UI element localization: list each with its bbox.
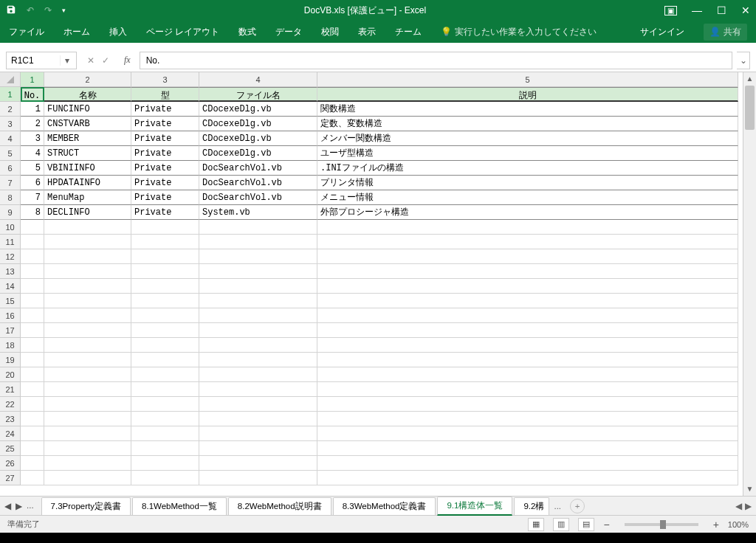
row-header[interactable]: 1 — [0, 87, 21, 102]
cell[interactable] — [199, 323, 317, 338]
cell[interactable] — [199, 426, 317, 441]
cell[interactable] — [44, 279, 131, 294]
tab-data[interactable]: データ — [275, 26, 302, 38]
cell[interactable]: Private — [131, 176, 199, 190]
row-header[interactable]: 12 — [0, 249, 21, 264]
row-header[interactable]: 9 — [0, 205, 21, 220]
cell[interactable]: プリンタ情報 — [317, 176, 738, 190]
cell[interactable] — [131, 220, 199, 235]
cell[interactable]: 3 — [21, 131, 44, 146]
cell[interactable] — [44, 471, 131, 485]
row-header[interactable]: 17 — [0, 323, 21, 338]
row-header[interactable]: 15 — [0, 294, 21, 308]
save-icon[interactable] — [6, 4, 16, 17]
cell[interactable]: Private — [131, 161, 199, 176]
share-button[interactable]: 👤 共有 — [704, 24, 747, 41]
sheet-tab-active[interactable]: 9.1構造体一覧 — [437, 497, 512, 516]
cell[interactable]: DECLINFO — [44, 205, 131, 220]
cell[interactable] — [21, 397, 44, 412]
cell[interactable] — [21, 235, 44, 249]
cell[interactable] — [44, 308, 131, 323]
cell[interactable] — [131, 471, 199, 485]
cell[interactable] — [21, 264, 44, 279]
cell[interactable]: HPDATAINFO — [44, 176, 131, 190]
row-header[interactable]: 3 — [0, 117, 21, 131]
cell[interactable] — [199, 220, 317, 235]
cell[interactable] — [21, 220, 44, 235]
row-header[interactable]: 11 — [0, 235, 21, 249]
tab-nav-more[interactable]: ... — [27, 501, 34, 511]
tab-team[interactable]: チーム — [395, 26, 422, 38]
cell[interactable]: FUNCINFO — [44, 102, 131, 117]
maximize-icon[interactable]: ☐ — [717, 4, 726, 16]
cell[interactable] — [317, 235, 738, 249]
cell[interactable] — [317, 412, 738, 426]
row-header[interactable]: 25 — [0, 441, 21, 456]
cell[interactable] — [44, 249, 131, 264]
name-box-dropdown-icon[interactable]: ▾ — [60, 55, 73, 66]
cell[interactable] — [44, 235, 131, 249]
cell[interactable] — [44, 323, 131, 338]
cell[interactable] — [21, 412, 44, 426]
cell[interactable] — [317, 249, 738, 264]
cell[interactable]: MEMBER — [44, 131, 131, 146]
cell[interactable] — [21, 471, 44, 485]
cell[interactable]: DocSearchVol.vb — [199, 190, 317, 205]
cell[interactable]: MenuMap — [44, 190, 131, 205]
row-header[interactable]: 26 — [0, 456, 21, 471]
cell[interactable]: CDocexeDlg.vb — [199, 117, 317, 131]
cell[interactable] — [44, 264, 131, 279]
row-header[interactable]: 24 — [0, 426, 21, 441]
cell[interactable] — [131, 426, 199, 441]
cell[interactable] — [21, 426, 44, 441]
name-box-input[interactable] — [7, 55, 60, 66]
cell[interactable] — [131, 353, 199, 367]
cell[interactable] — [131, 338, 199, 353]
cell[interactable]: 関数構造 — [317, 102, 738, 117]
cell[interactable]: 外部プロシージャ構造 — [317, 205, 738, 220]
cell[interactable]: System.vb — [199, 205, 317, 220]
cell[interactable] — [131, 397, 199, 412]
cell[interactable] — [317, 294, 738, 308]
cell[interactable] — [131, 367, 199, 382]
cell[interactable]: CDocexeDlg.vb — [199, 102, 317, 117]
row-header[interactable]: 22 — [0, 397, 21, 412]
col-header[interactable]: 2 — [44, 72, 131, 87]
cell[interactable]: 7 — [21, 190, 44, 205]
cell[interactable] — [131, 441, 199, 456]
cell[interactable]: STRUCT — [44, 146, 131, 161]
row-header[interactable]: 8 — [0, 190, 21, 205]
formula-input[interactable] — [140, 52, 732, 69]
undo-icon[interactable]: ↶ — [27, 5, 34, 15]
row-header[interactable]: 6 — [0, 161, 21, 176]
cell[interactable] — [44, 220, 131, 235]
cell[interactable] — [317, 279, 738, 294]
row-header[interactable]: 14 — [0, 279, 21, 294]
cell[interactable] — [44, 426, 131, 441]
cell[interactable] — [21, 367, 44, 382]
cell[interactable]: 8 — [21, 205, 44, 220]
cell[interactable] — [317, 220, 738, 235]
cell[interactable] — [44, 397, 131, 412]
row-header[interactable]: 2 — [0, 102, 21, 117]
cell[interactable] — [131, 294, 199, 308]
cell[interactable] — [21, 338, 44, 353]
cell[interactable] — [317, 323, 738, 338]
cell[interactable]: .INIファイルの構造 — [317, 161, 738, 176]
signin-link[interactable]: サインイン — [640, 26, 684, 38]
cell[interactable] — [44, 382, 131, 397]
row-header[interactable]: 10 — [0, 220, 21, 235]
cell[interactable] — [199, 338, 317, 353]
cell[interactable]: No. — [21, 87, 44, 102]
cell[interactable] — [317, 353, 738, 367]
cell[interactable]: 定数、変数構造 — [317, 117, 738, 131]
cell[interactable] — [131, 235, 199, 249]
cell[interactable] — [199, 441, 317, 456]
formula-expand-icon[interactable]: ⌄ — [737, 52, 750, 69]
tab-file[interactable]: ファイル — [9, 26, 44, 38]
cell[interactable]: DocSearchVol.vb — [199, 176, 317, 190]
row-header[interactable]: 16 — [0, 308, 21, 323]
cell[interactable] — [199, 397, 317, 412]
tab-view[interactable]: 表示 — [358, 26, 376, 38]
cell[interactable] — [44, 338, 131, 353]
